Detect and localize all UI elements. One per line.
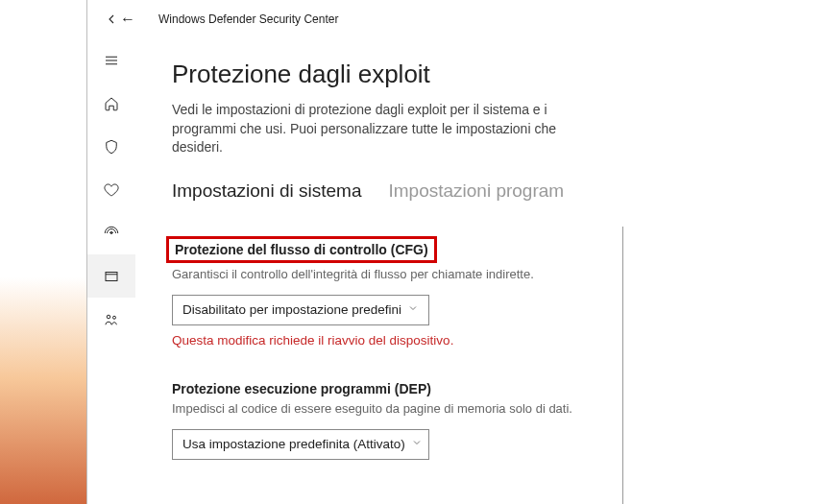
svg-point-2 — [107, 315, 110, 319]
titlebar: back ← Windows Defender Security Center — [87, 0, 826, 38]
nav-home[interactable] — [87, 82, 135, 125]
setting-dep-title: Protezione esecuzione programmi (DEP) — [172, 381, 431, 396]
page-title: Protezione dagli exploit — [172, 60, 816, 89]
window-title: Windows Defender Security Center — [158, 12, 338, 26]
setting-dep-value: Usa impostazione predefinita (Attivato) — [182, 437, 405, 451]
nav-firewall[interactable] — [87, 211, 135, 254]
nav-family-options[interactable] — [87, 298, 135, 341]
tabs: Impostazioni di sistema Impostazioni pro… — [172, 180, 816, 202]
setting-cfg-dropdown[interactable]: Disabilitato per impostazione predefini — [172, 295, 429, 325]
svg-point-3 — [113, 316, 116, 319]
hamburger-menu-button[interactable] — [87, 38, 135, 82]
tab-program-settings[interactable]: Impostazioni program — [388, 180, 564, 202]
app-window: back ← Windows Defender Security Center — [86, 0, 826, 504]
chevron-down-icon — [411, 437, 423, 451]
chevron-down-icon — [407, 302, 419, 317]
setting-cfg: Protezione del flusso di controllo (CFG)… — [172, 236, 652, 348]
svg-rect-1 — [106, 272, 117, 280]
tab-system-settings[interactable]: Impostazioni di sistema — [172, 180, 361, 202]
back-arrow-glyph: ← — [120, 11, 135, 28]
nav-app-browser-control[interactable] — [87, 254, 135, 298]
settings-scroll-area: Protezione del flusso di controllo (CFG)… — [172, 236, 652, 460]
sidebar — [87, 38, 135, 504]
setting-cfg-description: Garantisci il controllo dell'integrità d… — [172, 267, 652, 281]
setting-dep-description: Impedisci al codice di essere eseguito d… — [172, 401, 652, 416]
setting-cfg-title: Protezione del flusso di controllo (CFG) — [166, 236, 437, 263]
setting-cfg-value: Disabilitato per impostazione predefini — [182, 302, 401, 317]
svg-point-0 — [110, 232, 111, 233]
desktop-background — [0, 0, 86, 504]
main-content: Protezione dagli exploit Vedi le imposta… — [135, 38, 826, 504]
nav-virus-protection[interactable] — [87, 125, 135, 168]
setting-cfg-warning: Questa modifica richiede il riavvio del … — [172, 333, 652, 348]
nav-device-health[interactable] — [87, 168, 135, 211]
setting-dep-dropdown[interactable]: Usa impostazione predefinita (Attivato) — [172, 429, 429, 460]
setting-dep: Protezione esecuzione programmi (DEP) Im… — [172, 380, 652, 460]
page-description: Vedi le impostazioni di protezione dagli… — [172, 101, 575, 157]
scrollbar[interactable] — [622, 227, 623, 504]
